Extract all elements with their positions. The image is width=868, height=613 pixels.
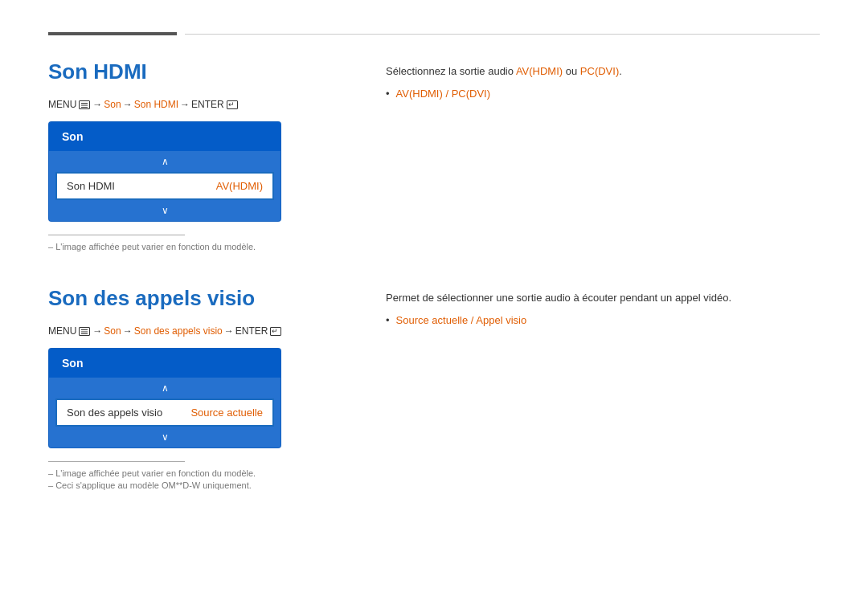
section-son-appels: Son des appels visio MENU → Son → Son de…	[48, 286, 820, 492]
tv-menu-item-value-2: Source actuelle	[190, 407, 263, 419]
av-hdmi-link: AV(HDMI)	[516, 65, 563, 77]
description-son-appels: Permet de sélectionner une sortie audio …	[386, 290, 820, 306]
enter-icon-2	[270, 327, 281, 336]
section-right-son-hdmi: Sélectionnez la sortie audio AV(HDMI) ou…	[386, 59, 820, 254]
menu-icon-2	[79, 327, 90, 336]
tv-menu-arrow-up-2	[49, 378, 280, 398]
menu-icon	[79, 100, 90, 109]
section-title-son-appels: Son des appels visio	[48, 286, 386, 311]
footnote-1: – L'image affichée peut varier en foncti…	[48, 242, 386, 251]
enter-icon	[227, 100, 238, 109]
bullet-source: Source actuelle	[396, 314, 469, 326]
menu-path-son-hdmi: MENU → Son → Son HDMI → ENTER	[48, 99, 386, 110]
top-divider-thin	[185, 34, 820, 35]
bullet-text-2: Source actuelle / Appel visio	[396, 314, 527, 326]
enter-label: ENTER	[191, 99, 224, 110]
top-divider-thick	[48, 32, 177, 35]
top-divider	[48, 32, 820, 35]
tv-menu-son-appels: Son Son des appels visio Source actuelle	[48, 348, 281, 448]
tv-menu-arrow-down-1	[49, 200, 280, 221]
footnote-2a: – L'image affichée peut varier en foncti…	[48, 468, 386, 478]
tv-menu-item-label-1: Son HDMI	[67, 180, 115, 192]
menu-prefix-2: MENU	[48, 325, 76, 337]
arrow-up-icon-1	[162, 156, 169, 167]
tv-menu-item-1: Son HDMI AV(HDMI)	[55, 172, 274, 200]
enter-label-2: ENTER	[235, 325, 268, 337]
tv-menu-arrow-down-2	[49, 427, 280, 447]
tv-menu-item-label-2: Son des appels visio	[67, 407, 162, 419]
arrow3-2: →	[224, 325, 234, 337]
bullet-pc-dvi: PC(DVI)	[452, 88, 490, 100]
description-text-1: Sélectionnez la sortie audio	[386, 65, 516, 77]
tv-menu-item-2: Son des appels visio Source actuelle	[55, 398, 274, 427]
arrow-down-icon-1	[162, 205, 169, 216]
section-left-son-hdmi: Son HDMI MENU → Son → Son HDMI → ENTER S…	[48, 59, 386, 254]
arrow-up-icon-2	[162, 382, 169, 394]
pc-dvi-link: PC(DVI)	[580, 65, 619, 77]
description-son-hdmi: Sélectionnez la sortie audio AV(HDMI) ou…	[386, 63, 820, 80]
tv-menu-header-1: Son	[49, 122, 280, 151]
bullet-sep-2: /	[468, 314, 476, 326]
arrow2-2: →	[123, 325, 133, 337]
arrow3: →	[180, 99, 190, 110]
menu-path-son-appels: MENU → Son → Son des appels visio → ENTE…	[48, 325, 386, 337]
tv-menu-header-2: Son	[49, 349, 280, 378]
bullet-dot-2: •	[386, 314, 390, 326]
section-right-son-appels: Permet de sélectionner une sortie audio …	[386, 286, 820, 492]
section-left-son-appels: Son des appels visio MENU → Son → Son de…	[48, 286, 386, 492]
son-link-1: Son	[104, 99, 121, 110]
section-divider-1	[48, 235, 185, 235]
arrow1-2: →	[92, 325, 102, 337]
bullet-dot-1: •	[386, 88, 390, 100]
arrow-down-icon-2	[162, 431, 169, 443]
footnote-2b: – Ceci s'applique au modèle OM**D-W uniq…	[48, 480, 386, 490]
bullet-sep-1: /	[443, 88, 452, 100]
arrow1: →	[92, 99, 102, 110]
bullet-av-hdmi: AV(HDMI)	[396, 88, 443, 100]
period-1: .	[619, 65, 622, 77]
tv-menu-item-value-1: AV(HDMI)	[216, 180, 263, 192]
bullet-appel: Appel visio	[476, 314, 526, 326]
tv-menu-arrow-up-1	[49, 151, 280, 172]
arrow2: →	[123, 99, 133, 110]
section-son-hdmi: Son HDMI MENU → Son → Son HDMI → ENTER S…	[48, 59, 820, 254]
ou-text: ou	[563, 65, 580, 77]
son-hdmi-link: Son HDMI	[134, 99, 178, 110]
tv-menu-son-hdmi: Son Son HDMI AV(HDMI)	[48, 121, 281, 222]
section-divider-2	[48, 461, 185, 462]
menu-prefix: MENU	[48, 99, 76, 110]
bullet-item-2: • Source actuelle / Appel visio	[386, 314, 820, 326]
bullet-text-1: AV(HDMI) / PC(DVI)	[396, 88, 491, 100]
section-title-son-hdmi: Son HDMI	[48, 59, 386, 84]
son-appels-link: Son des appels visio	[134, 325, 223, 337]
son-link-2: Son	[104, 325, 121, 337]
bullet-item-1: • AV(HDMI) / PC(DVI)	[386, 88, 820, 100]
